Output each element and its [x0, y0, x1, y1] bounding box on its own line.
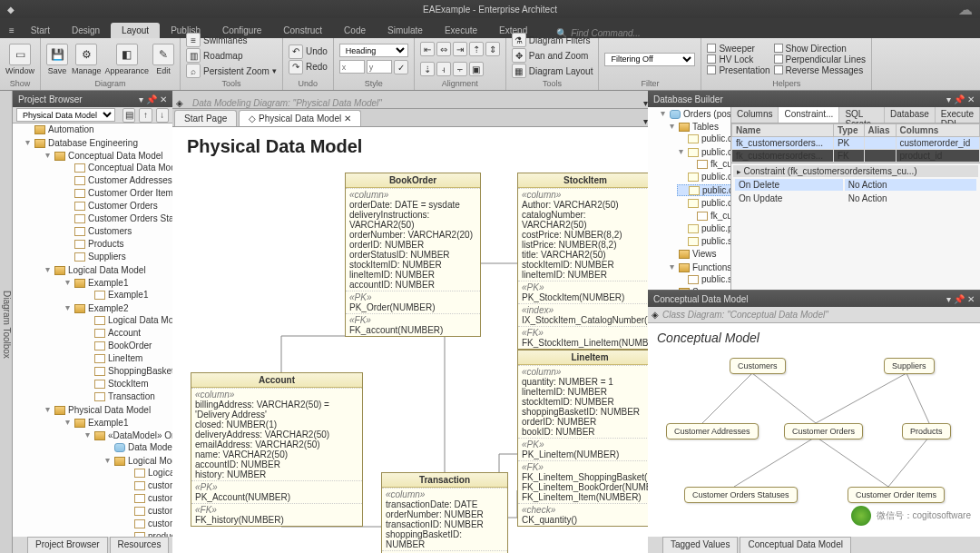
undo-button[interactable]: ↶Undo	[289, 44, 328, 59]
tree-item[interactable]: Logical Data Model	[83, 315, 172, 325]
dist-v-icon[interactable]: ⫟	[453, 62, 467, 76]
tab-design[interactable]: Design	[61, 23, 111, 38]
panel-pin-icon[interactable]: 📌	[146, 94, 157, 104]
align-middle-icon[interactable]: ⇕	[485, 42, 500, 56]
concept-box[interactable]: Customer Addresses	[666, 423, 759, 439]
reverse-check[interactable]: Reverse Messages	[774, 65, 866, 75]
entity-account[interactable]: Account«column» billingAddress: VARCHAR2…	[191, 372, 363, 527]
panel-dropdown-icon[interactable]: ▾	[946, 94, 951, 104]
panel-close-icon[interactable]: ✕	[160, 94, 167, 104]
sweeper-check[interactable]: Sweeper	[707, 44, 769, 54]
window-button[interactable]: ▭Window	[5, 44, 34, 75]
redo-button[interactable]: ↷Redo	[289, 60, 328, 74]
tree-item[interactable]: LineItem	[83, 353, 142, 363]
tree-item[interactable]: Example1	[83, 290, 148, 300]
bottom-tab-project-browser[interactable]: Project Browser	[27, 537, 108, 553]
app-menu-icon[interactable]: ≡	[4, 23, 20, 38]
filter-mode-select[interactable]: Filtering Off	[604, 53, 695, 66]
edit-button[interactable]: ✎Edit	[152, 44, 174, 75]
diagram-canvas[interactable]: Physical Data Model BookOrder«column» or…	[172, 127, 648, 553]
concept-box[interactable]: Customer Orders	[784, 423, 863, 439]
tree-item[interactable]: customers	[123, 480, 172, 490]
db-tab-ddl[interactable]: Execute DDL	[936, 107, 980, 123]
tree-item[interactable]: fk_customersordersstatuses_customersord	[686, 211, 731, 221]
tree-item[interactable]: ▾Physical Data Model	[44, 405, 151, 415]
panel-close-icon[interactable]: ✕	[967, 294, 975, 304]
tree-item[interactable]: ▾«DataModel» Orders	[83, 430, 172, 440]
panel-dropdown-icon[interactable]: ▾	[139, 94, 143, 104]
tree-item[interactable]: Suppliers	[64, 252, 126, 262]
panel-dropdown-icon[interactable]: ▾	[946, 294, 951, 304]
diagram-filters-button[interactable]: ⚗Diagram Filters	[512, 33, 593, 47]
db-builder-tree[interactable]: ▾Orders (postgres)▾Tablespublic.customer…	[648, 107, 731, 290]
tree-item[interactable]: ▾Example2	[64, 303, 128, 313]
save-button[interactable]: 💾Save	[46, 44, 68, 75]
tree-item[interactable]: public.send_customer_notification	[677, 274, 731, 284]
tree-item[interactable]: ▾Tables	[668, 122, 719, 132]
entity-bookorder[interactable]: BookOrder«column» orderDate: DATE = sysd…	[345, 173, 481, 337]
concept-box[interactable]: Customer Order Items	[848, 487, 945, 503]
tree-item[interactable]: ShoppingBasket	[83, 366, 172, 376]
tree-item[interactable]: Customer Addresses	[64, 175, 172, 185]
tab-execute[interactable]: Execute	[434, 23, 488, 38]
db-tab-columns[interactable]: Columns	[731, 107, 779, 123]
tree-item[interactable]: public.customers_orders_statuses	[677, 198, 731, 208]
db-constraints-grid[interactable]: NameTypeAliasColumnsfk_customersorders..…	[731, 123, 980, 163]
project-browser-tree[interactable]: Automation▾Database Engineering▾Conceptu…	[13, 123, 172, 537]
tree-item[interactable]: ▾Conceptual Data Model	[44, 151, 163, 161]
tree-item[interactable]: public.suppliers	[677, 236, 731, 246]
tree-item[interactable]: Customer Orders Statuses	[64, 213, 172, 223]
show-direction-check[interactable]: Show Direction	[774, 44, 866, 54]
perpendicular-check[interactable]: Perpendicular Lines	[774, 54, 866, 64]
conceptual-canvas[interactable]: Conceptual Model CustomersSuppliersCusto…	[648, 323, 980, 537]
tree-item[interactable]: Customer Orders	[64, 201, 158, 211]
align-right-icon[interactable]: ⇥	[453, 42, 467, 56]
hvlock-check[interactable]: HV Lock	[707, 54, 769, 64]
tab-simulate[interactable]: Simulate	[377, 23, 434, 38]
tree-item[interactable]: Automation	[24, 124, 94, 134]
tree-item[interactable]: customers_orders	[123, 506, 172, 516]
browser-new-icon[interactable]: ▤	[122, 108, 135, 123]
browser-scope-select[interactable]: Physical Data Model	[16, 108, 115, 122]
tree-item[interactable]: Conceptual Data Model	[64, 163, 172, 173]
diagram-layout-button[interactable]: ▦Diagram Layout	[512, 64, 593, 78]
tree-item[interactable]: Views	[668, 249, 717, 259]
bottom-tab-conceptual[interactable]: Conceptual Data Model	[740, 537, 851, 553]
tree-item[interactable]: Account	[83, 328, 141, 338]
persistent-zoom-button[interactable]: ⌕Persistent Zoom ▾	[186, 64, 277, 78]
bottom-tab-resources[interactable]: Resources	[110, 537, 170, 553]
panel-pin-icon[interactable]: 📌	[954, 94, 965, 104]
presentation-check[interactable]: Presentation	[707, 65, 769, 75]
tree-item[interactable]: ▾Logical Model	[103, 456, 172, 466]
tree-item[interactable]: ▾Example1	[64, 418, 128, 428]
concept-box[interactable]: Customers	[730, 358, 786, 374]
tree-item[interactable]: Customers	[64, 226, 132, 236]
tree-item[interactable]: ▾Orders (postgres)	[659, 109, 731, 119]
style-apply-icon[interactable]: ✓	[394, 60, 408, 74]
db-tab-sql[interactable]: SQL Scratc...	[839, 107, 885, 123]
tree-item[interactable]: ▾Logical Data Model	[44, 265, 146, 275]
tab-construct[interactable]: Construct	[272, 23, 333, 38]
tree-item[interactable]: customers_addresses	[123, 493, 172, 503]
tree-item[interactable]: StockItem	[83, 379, 148, 389]
doc-tab-start[interactable]: Start Page	[174, 110, 237, 126]
tab-code[interactable]: Code	[333, 23, 377, 38]
tab-start[interactable]: Start	[20, 23, 61, 38]
tree-item[interactable]: ▾public.customers_addresses	[677, 147, 731, 157]
style-heading-select[interactable]: Heading	[339, 44, 408, 57]
tree-item[interactable]: Logical Model	[123, 468, 172, 478]
tree-item[interactable]: BookOrder	[83, 341, 152, 351]
concept-box[interactable]: Customer Orders Statuses	[684, 487, 798, 503]
tree-item[interactable]: customers_orders_sta	[123, 518, 172, 528]
panel-close-icon[interactable]: ✕	[967, 94, 975, 104]
db-tab-database[interactable]: Database ...	[885, 107, 936, 123]
swimlanes-button[interactable]: ≡Swimlanes	[186, 33, 277, 47]
style-y-input[interactable]	[367, 60, 392, 74]
align-center-icon[interactable]: ⇔	[436, 42, 451, 56]
tree-item[interactable]: ▾Example1	[64, 278, 128, 288]
tree-item[interactable]: ▾Database Engineering	[24, 138, 138, 148]
tree-item[interactable]: fk_customersaddresses_customers	[686, 159, 731, 169]
left-dock-tab[interactable]: Diagram Toolbox	[0, 91, 13, 553]
align-left-icon[interactable]: ⇤	[420, 42, 435, 56]
tree-item[interactable]: public.customers	[677, 133, 731, 143]
